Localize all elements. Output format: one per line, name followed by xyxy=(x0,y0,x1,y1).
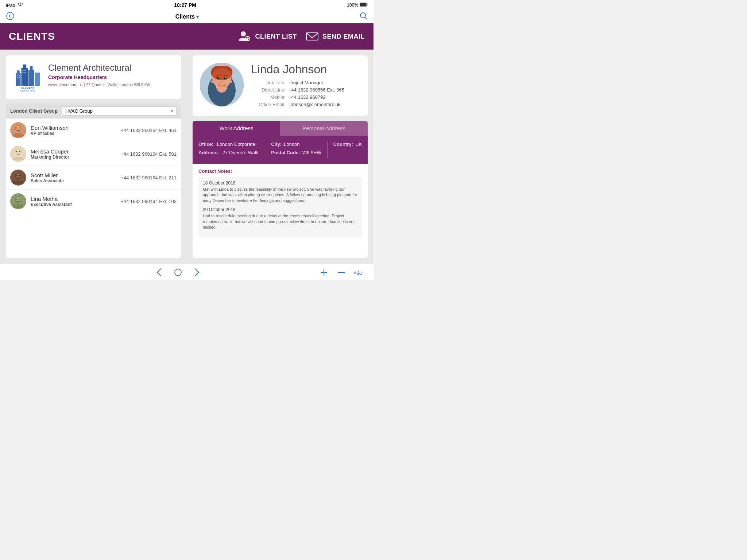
svg-point-29 xyxy=(16,128,18,129)
profile-card: Linda Johnson Job Title: Project Manager… xyxy=(193,55,368,116)
contact-item[interactable]: Melissa Cooper Marketing Director +44 16… xyxy=(6,142,181,166)
address-section: Work Address Personal Address Office: Lo… xyxy=(193,121,368,258)
svg-point-3 xyxy=(7,12,14,20)
svg-rect-20 xyxy=(17,77,18,78)
wifi-icon xyxy=(18,3,23,8)
svg-point-40 xyxy=(19,175,20,176)
contacts-header: London Client Group HVAC Group ▾ xyxy=(6,104,181,118)
contact-details: Scott Miller Sales Associate xyxy=(31,172,116,183)
notes-container: 18 October 2018 Met with Linda to discus… xyxy=(198,177,362,237)
note-text: Met with Linda to discuss the feasibilit… xyxy=(203,187,357,203)
address-field: Address: 27 Queen's Walk xyxy=(198,150,259,155)
svg-point-59 xyxy=(230,81,232,83)
send-email-button[interactable]: SEND EMAIL xyxy=(306,30,365,43)
mobile-label: Mobile: xyxy=(251,94,286,100)
send-email-icon xyxy=(306,30,319,43)
note-date: 18 October 2018 xyxy=(203,180,357,186)
client-list-icon xyxy=(238,30,251,43)
postal-code-value: W6 9HW xyxy=(302,150,321,155)
back-button[interactable] xyxy=(153,267,165,278)
work-address-tab[interactable]: Work Address xyxy=(193,121,280,136)
contact-details: Lina Metha Executive Assistant xyxy=(31,196,116,207)
profile-info: Linda Johnson Job Title: Project Manager… xyxy=(251,63,360,109)
send-email-label: SEND EMAIL xyxy=(322,33,365,40)
job-title-label: Job Title: xyxy=(251,80,286,85)
contact-name: Don Williamson xyxy=(31,125,116,131)
svg-point-30 xyxy=(19,128,20,129)
profile-photo xyxy=(200,63,244,106)
contact-item[interactable]: Lina Metha Executive Assistant +44 1632 … xyxy=(6,190,181,213)
contact-avatar xyxy=(10,122,26,138)
svg-rect-21 xyxy=(19,77,20,78)
svg-point-6 xyxy=(241,31,246,36)
city-field: City: London xyxy=(271,141,321,147)
svg-point-56 xyxy=(218,77,218,78)
battery-label: 100% xyxy=(347,3,358,8)
contact-item[interactable]: Don Williamson VP of Sales +44 1632 9601… xyxy=(6,118,181,142)
sort-button[interactable]: A Z xyxy=(353,267,365,278)
profile-job-title-field: Job Title: Project Manager xyxy=(251,80,360,85)
office-label: Office: xyxy=(198,141,213,147)
direct-line-label: Direct Line: xyxy=(251,87,286,93)
left-panel: CLEMENT ARCHITECTURAL Clement Architectu… xyxy=(0,50,187,264)
svg-rect-18 xyxy=(17,75,18,76)
contact-role: VP of Sales xyxy=(31,131,116,136)
svg-point-60 xyxy=(175,269,181,276)
company-name: Clement Architectural xyxy=(48,63,174,73)
company-logo-subtext: ARCHITECTURAL xyxy=(20,90,35,92)
nav-bar: Clients ▾ xyxy=(0,10,374,23)
svg-rect-23 xyxy=(24,70,26,71)
nav-dropdown-icon[interactable]: ▾ xyxy=(196,14,199,20)
svg-point-45 xyxy=(19,199,20,200)
note-item: 20 October 2018 Had to reschedule meetin… xyxy=(203,207,357,230)
client-list-button[interactable]: CLIENT LIST xyxy=(238,30,297,43)
contact-item[interactable]: Scott Miller Sales Associate +44 1632 96… xyxy=(6,166,181,190)
add-button[interactable] xyxy=(318,267,330,278)
company-card: CLEMENT ARCHITECTURAL Clement Architectu… xyxy=(6,55,181,99)
address-content: Office: London Corporate Address: 27 Que… xyxy=(193,136,368,164)
svg-point-35 xyxy=(19,151,20,152)
notes-title: Contact Notes: xyxy=(198,168,362,174)
forward-button[interactable] xyxy=(191,267,203,278)
svg-rect-24 xyxy=(22,72,23,73)
contact-avatar xyxy=(10,170,26,186)
company-info: Clement Architectural Corporate Headquar… xyxy=(48,63,174,87)
nav-back-button[interactable] xyxy=(6,12,15,22)
group-label: London Client Group xyxy=(10,108,58,114)
contact-details: Don Williamson VP of Sales xyxy=(31,125,116,136)
contact-phone: +44 1632 960164 Ext. 581 xyxy=(121,151,177,157)
group-select[interactable]: HVAC Group ▾ xyxy=(62,106,177,116)
job-title-value: Project Manager xyxy=(289,80,323,85)
nav-title: Clients ▾ xyxy=(175,13,199,20)
nav-search-button[interactable] xyxy=(360,12,368,22)
notes-section: Contact Notes: 18 October 2018 Met with … xyxy=(193,164,368,242)
company-logo: CLEMENT ARCHITECTURAL xyxy=(13,63,42,92)
personal-address-tab[interactable]: Personal Address xyxy=(280,121,368,136)
city-value: London xyxy=(284,141,299,147)
svg-text:Z: Z xyxy=(360,271,363,276)
svg-rect-19 xyxy=(19,75,20,76)
svg-rect-17 xyxy=(35,73,40,86)
company-logo-text: CLEMENT xyxy=(21,86,34,89)
home-button[interactable] xyxy=(172,267,184,278)
contact-name: Melissa Cooper xyxy=(31,148,116,155)
note-item: 18 October 2018 Met with Linda to discus… xyxy=(203,180,357,203)
contact-name: Lina Metha xyxy=(31,196,116,202)
svg-rect-15 xyxy=(28,70,34,86)
battery-icon xyxy=(360,3,368,8)
country-label: Country: xyxy=(333,141,353,147)
status-bar: iPad 10:27 PM 100% xyxy=(0,0,374,10)
remove-button[interactable] xyxy=(336,267,347,278)
svg-rect-25 xyxy=(24,72,26,73)
bottom-nav xyxy=(153,267,203,278)
contact-name: Scott Miller xyxy=(31,172,116,178)
contact-phone: +44 1632 960164 Ext. 451 xyxy=(121,128,177,133)
main-content: CLEMENT ARCHITECTURAL Clement Architectu… xyxy=(0,50,374,264)
header-actions: CLIENT LIST SEND EMAIL xyxy=(238,30,365,43)
country-col: Country: UK xyxy=(333,141,362,158)
address-tabs: Work Address Personal Address xyxy=(193,121,368,136)
bottom-bar: A Z xyxy=(0,264,374,280)
company-meta: www.clementarc.uk | 27 Queen's Walk | Lo… xyxy=(48,82,174,87)
svg-point-44 xyxy=(16,199,18,200)
svg-point-57 xyxy=(225,77,226,78)
